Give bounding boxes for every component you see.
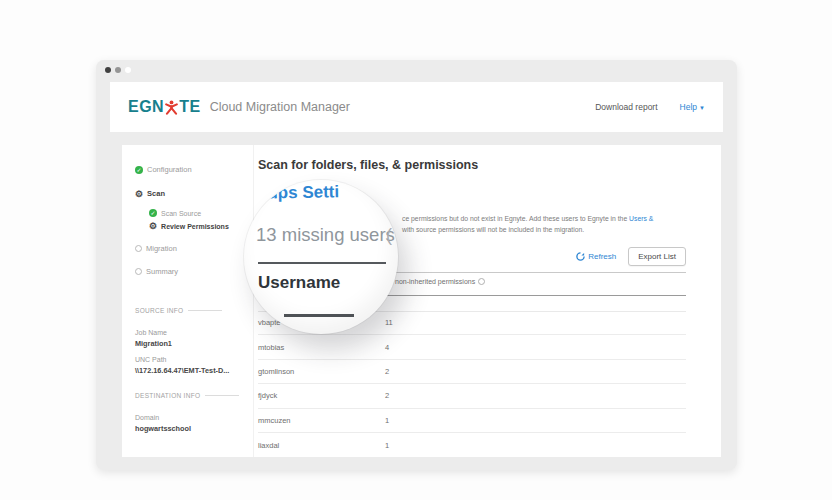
job-name-label: Job Name bbox=[135, 329, 167, 336]
count-cell: 11 bbox=[385, 318, 445, 327]
egnyte-logo: EGN TE bbox=[128, 98, 201, 116]
table-toolbar: Refresh Export List bbox=[576, 247, 686, 266]
sidebar-step-scan-source[interactable]: ✓ Scan Source bbox=[149, 209, 201, 217]
step-label: Scan Source bbox=[161, 210, 201, 217]
refresh-label: Refresh bbox=[588, 252, 616, 261]
window-controls bbox=[105, 67, 131, 73]
step-label: Migration bbox=[146, 244, 177, 253]
domain-label: Domain bbox=[135, 414, 159, 421]
sidebar-step-configuration[interactable]: ✓ Configuration bbox=[135, 165, 192, 174]
pending-circle-icon bbox=[135, 268, 142, 275]
sidebar-step-review-permissions[interactable]: ⚙ Review Permissions bbox=[149, 222, 229, 230]
refresh-button[interactable]: Refresh bbox=[576, 252, 616, 261]
username-cell: fjdyck bbox=[258, 391, 385, 400]
window-close-dot[interactable] bbox=[105, 67, 111, 73]
export-list-button[interactable]: Export List bbox=[628, 247, 686, 266]
count-cell: 1 bbox=[385, 416, 445, 425]
step-label: Review Permissions bbox=[161, 223, 229, 230]
clipped-info-glyph: ( bbox=[386, 225, 392, 246]
logo-text-left: EGN bbox=[128, 98, 164, 116]
check-circle-icon: ✓ bbox=[135, 166, 143, 174]
username-cell: gtomlinson bbox=[258, 367, 385, 376]
count-cell: 2 bbox=[385, 367, 445, 376]
column-header-text: r of non-inherited permissions bbox=[383, 278, 475, 285]
unc-path-label: UNC Path bbox=[135, 356, 167, 363]
help-menu[interactable]: Help▼ bbox=[680, 102, 705, 112]
section-divider bbox=[205, 395, 239, 396]
count-cell: 2 bbox=[385, 391, 445, 400]
egnyte-person-icon bbox=[165, 100, 178, 115]
table-row: mmcuzen 1 bbox=[258, 409, 686, 433]
app-title: Cloud Migration Manager bbox=[210, 100, 350, 114]
unc-path-value: \\172.16.64.47\EMT-Test-D... bbox=[135, 366, 229, 375]
header-actions: Download report Help▼ bbox=[595, 102, 705, 112]
description-line-2: with source permissions will not be incl… bbox=[402, 226, 584, 233]
gear-icon: ⚙ bbox=[135, 190, 143, 198]
destination-info-section-label: DESTINATION INFO bbox=[135, 392, 239, 399]
username-cell: mmcuzen bbox=[258, 416, 385, 425]
sidebar-step-scan[interactable]: ⚙ Scan bbox=[135, 189, 165, 198]
browser-window: EGN TE Cloud Migration Ma bbox=[96, 60, 737, 470]
description-text: ce permissions but do not exist in Egnyt… bbox=[402, 215, 629, 222]
help-label: Help bbox=[680, 102, 697, 112]
download-report-link[interactable]: Download report bbox=[595, 102, 657, 112]
app-header: EGN TE Cloud Migration Ma bbox=[110, 82, 723, 132]
step-label: Configuration bbox=[147, 165, 192, 174]
content-card: ✓ Configuration ⚙ Scan ✓ Scan Source ⚙ R… bbox=[122, 145, 721, 457]
description-text: with source permissions will not be incl… bbox=[402, 226, 584, 233]
step-label: Scan bbox=[147, 189, 165, 198]
window-minimize-dot[interactable] bbox=[115, 67, 121, 73]
description-line-1: ce permissions but do not exist in Egnyt… bbox=[402, 215, 653, 222]
sidebar-step-migration[interactable]: Migration bbox=[135, 244, 177, 253]
table-row: gtomlinson 2 bbox=[258, 360, 686, 384]
section-divider bbox=[188, 310, 222, 311]
job-name-value: Migration1 bbox=[135, 339, 172, 348]
magnified-username-column-header: Username bbox=[258, 273, 340, 293]
username-cell: mtobias bbox=[258, 343, 385, 352]
pending-circle-icon bbox=[135, 245, 142, 252]
column-header-permissions: r of non-inherited permissions bbox=[383, 278, 485, 285]
count-cell: 4 bbox=[385, 343, 445, 352]
window-maximize-dot[interactable] bbox=[125, 67, 131, 73]
refresh-icon bbox=[576, 252, 585, 261]
users-groups-link[interactable]: Users & bbox=[629, 215, 653, 222]
caret-down-icon: ▼ bbox=[699, 105, 705, 111]
count-cell: 1 bbox=[385, 441, 445, 450]
domain-value: hogwartsschool bbox=[135, 424, 191, 433]
screenshot-stage: EGN TE Cloud Migration Ma bbox=[0, 0, 832, 500]
table-row: mtobias 4 bbox=[258, 335, 686, 359]
table-row: fjdyck 2 bbox=[258, 384, 686, 408]
step-label: Summary bbox=[146, 267, 178, 276]
username-cell: liaxdal bbox=[258, 441, 385, 450]
magnifier-lens: oups Setti 13 missing users ( Username bbox=[244, 180, 398, 334]
section-title: SOURCE INFO bbox=[135, 307, 183, 314]
gear-icon: ⚙ bbox=[149, 222, 157, 230]
logo-text-right: TE bbox=[179, 98, 200, 116]
info-icon[interactable] bbox=[478, 278, 485, 285]
section-title: DESTINATION INFO bbox=[135, 392, 200, 399]
source-info-section-label: SOURCE INFO bbox=[135, 307, 222, 314]
sidebar: ✓ Configuration ⚙ Scan ✓ Scan Source ⚙ R… bbox=[122, 145, 254, 457]
magnified-divider bbox=[258, 262, 386, 264]
sidebar-step-summary[interactable]: Summary bbox=[135, 267, 178, 276]
table-row: liaxdal 1 bbox=[258, 433, 686, 457]
magnified-missing-users-headline: 13 missing users bbox=[256, 224, 395, 246]
check-circle-icon: ✓ bbox=[149, 209, 157, 217]
magnified-divider bbox=[284, 314, 354, 317]
page-title: Scan for folders, files, & permissions bbox=[258, 158, 478, 172]
